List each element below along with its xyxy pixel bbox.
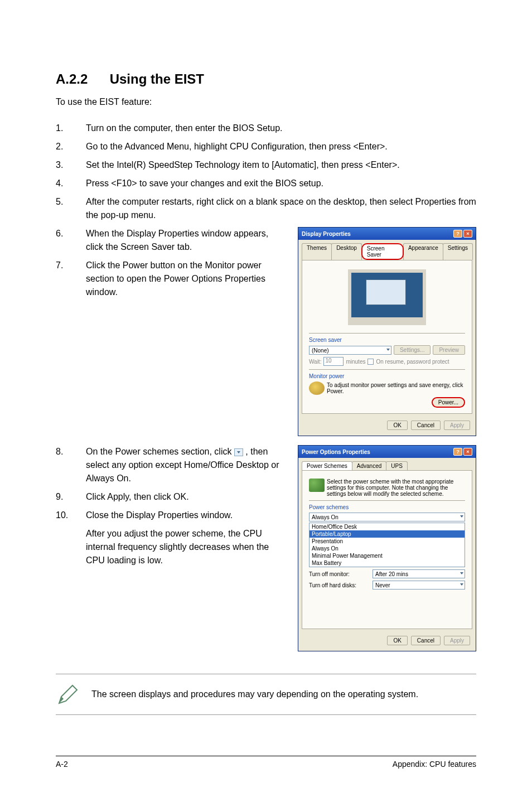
pencil-note-icon — [56, 682, 80, 707]
dialog-titlebar: Display Properties ? × — [298, 228, 476, 240]
step-1: Turn on the computer, then enter the BIO… — [86, 122, 476, 135]
power-button[interactable]: Power... — [432, 397, 465, 408]
tab-ups[interactable]: UPS — [386, 461, 408, 470]
tab-appearance[interactable]: Appearance — [403, 243, 443, 260]
cancel-button[interactable]: Cancel — [411, 636, 441, 645]
section-heading: A.2.2 Using the EIST — [56, 71, 476, 87]
screensaver-select[interactable]: (None) — [309, 346, 391, 355]
power-desc: Select the power scheme with the most ap… — [327, 479, 465, 497]
scheme-option[interactable]: Max Battery — [309, 559, 465, 567]
step-list-cont: 6.When the Display Properties window app… — [56, 227, 284, 299]
step-9: Click Apply, then click OK. — [86, 490, 284, 504]
dropdown-arrow-icon — [234, 448, 243, 456]
settings-button[interactable]: Settings... — [394, 345, 431, 355]
tab-screen-saver[interactable]: Screen Saver — [361, 243, 404, 260]
tab-strip: Themes Desktop Screen Saver Appearance S… — [298, 240, 476, 260]
energy-star-icon — [309, 381, 325, 395]
scheme-option[interactable]: Always On — [309, 545, 465, 552]
monitor-preview — [348, 269, 426, 325]
page-footer: A-2 Appendix: CPU features — [56, 756, 476, 769]
after-note: After you adjust the power scheme, the C… — [86, 527, 284, 567]
scheme-option[interactable]: Minimal Power Management — [309, 552, 465, 559]
intro-text: To use the EIST feature: — [56, 97, 476, 107]
heading-title: Using the EIST — [110, 71, 204, 86]
wait-label: Wait: — [309, 359, 321, 365]
step-5: After the computer restarts, right click… — [86, 195, 476, 222]
wait-spinner[interactable]: 10 — [323, 357, 344, 366]
apply-button[interactable]: Apply — [444, 636, 470, 645]
step-list-cont2: 8. On the Power schemes section, click ,… — [56, 445, 284, 522]
preview-button[interactable]: Preview — [433, 345, 465, 355]
step-8: On the Power schemes section, click , th… — [86, 445, 284, 485]
step-list: 1.Turn on the computer, then enter the B… — [56, 122, 476, 222]
ok-button[interactable]: OK — [387, 421, 407, 430]
power-options-dialog: Power Options Properties ? × Power Schem… — [298, 445, 476, 651]
page-number: A-2 — [56, 760, 68, 769]
heading-number: A.2.2 — [56, 71, 106, 87]
scheme-option-highlighted[interactable]: Portable/Laptop — [309, 530, 465, 538]
power-scheme-dropdown-list[interactable]: Home/Office Desk Portable/Laptop Present… — [309, 523, 465, 567]
power-schemes-group-label: Power schemes — [309, 504, 351, 510]
resume-label: On resume, password protect — [376, 359, 449, 365]
tab-settings[interactable]: Settings — [443, 243, 473, 260]
turn-off-disks-select[interactable]: Never — [373, 581, 465, 590]
note-text: The screen displays and procedures may v… — [91, 689, 418, 699]
tab-strip: Power Schemes Advanced UPS — [298, 458, 476, 470]
note-callout: The screen displays and procedures may v… — [56, 674, 476, 715]
help-button[interactable]: ? — [453, 448, 462, 456]
tab-desktop[interactable]: Desktop — [331, 243, 362, 260]
apply-button[interactable]: Apply — [444, 421, 470, 430]
dialog-title: Power Options Properties — [302, 449, 370, 455]
wait-unit: minutes — [346, 359, 365, 365]
ok-button[interactable]: OK — [387, 636, 407, 645]
scheme-option[interactable]: Presentation — [309, 538, 465, 545]
resume-checkbox[interactable] — [367, 359, 374, 365]
turn-off-monitor-select[interactable]: After 20 mins — [373, 569, 465, 578]
dialog-titlebar: Power Options Properties ? × — [298, 446, 476, 458]
close-button[interactable]: × — [463, 230, 472, 238]
step-3: Set the Intel(R) SpeedStep Technology it… — [86, 158, 476, 172]
turn-off-monitor-label: Turn off monitor: — [309, 571, 370, 577]
turn-off-disks-label: Turn off hard disks: — [309, 582, 370, 588]
step-6: When the Display Properties window appea… — [86, 227, 284, 254]
dialog-title: Display Properties — [302, 231, 351, 237]
tab-advanced[interactable]: Advanced — [352, 461, 386, 470]
cancel-button[interactable]: Cancel — [411, 421, 441, 430]
help-button[interactable]: ? — [453, 230, 462, 238]
tab-power-schemes[interactable]: Power Schemes — [302, 461, 352, 470]
display-properties-dialog: Display Properties ? × Themes Desktop Sc… — [298, 227, 476, 436]
power-scheme-select[interactable]: Always On — [309, 513, 465, 521]
step-7: Click the Power button on the Monitor po… — [86, 259, 284, 299]
power-plug-icon — [309, 479, 325, 492]
monitor-power-group-label: Monitor power — [309, 373, 346, 379]
monitor-power-text: To adjust monitor power settings and sav… — [327, 382, 465, 394]
step-2: Go to the Advanced Menu, highlight CPU C… — [86, 140, 476, 153]
footer-title: Appendix: CPU features — [393, 760, 476, 769]
tab-themes[interactable]: Themes — [302, 243, 332, 260]
step-10: Close the Display Properties window. — [86, 509, 284, 522]
close-button[interactable]: × — [463, 448, 472, 456]
scheme-option[interactable]: Home/Office Desk — [309, 523, 465, 530]
screensaver-group-label: Screen saver — [309, 337, 344, 343]
step-4: Press <F10> to save your changes and exi… — [86, 177, 476, 190]
